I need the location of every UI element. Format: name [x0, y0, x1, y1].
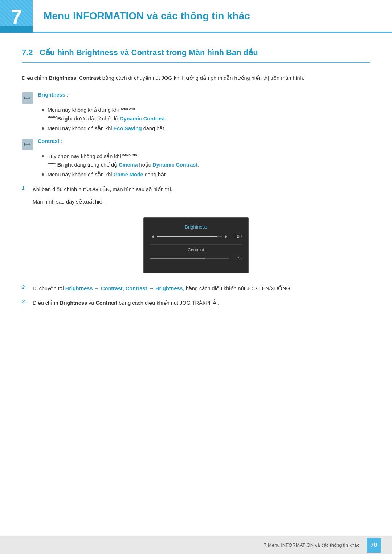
brightness-bullet-2: Menu này không có sẵn khi Eco Saving đan… [42, 124, 370, 133]
ui-contrast-label: Contrast [150, 247, 242, 253]
chapter-title: Menu INFORMATION và các thông tin khác [44, 10, 250, 22]
svg-rect-5 [24, 143, 25, 146]
contrast-bullet-1-text: Tùy chọn này không có sẵn khi SAMSUNGMAG… [48, 152, 199, 169]
svg-marker-4 [29, 143, 31, 145]
step-2-block: 2 Di chuyển tới Brightness → Contrast, C… [22, 284, 370, 293]
brightness-label: Brightness [38, 92, 65, 98]
step-3-number: 3 [22, 299, 28, 304]
section-heading: 7.2 Cấu hình Brightness và Contrast tron… [22, 47, 370, 63]
brightness-bullet-1: Menu này không khả dụng khi SAMSUNGMAGIC… [42, 106, 370, 123]
chapter-number-block: 7 [0, 0, 33, 33]
section-number: 7.2 [22, 48, 33, 57]
svg-rect-2 [24, 97, 25, 99]
svg-marker-1 [29, 97, 31, 99]
ui-divider [150, 244, 242, 245]
ui-brightness-value: 100 [232, 234, 242, 239]
step-2-text: Di chuyển tới Brightness → Contrast, Con… [33, 284, 370, 293]
contrast-note-block: Contrast : [22, 138, 370, 150]
step-3-block: 3 Điều chỉnh Brightness và Contrast bằng… [22, 299, 370, 308]
intro-brightness: Brightness [49, 75, 76, 81]
page-header: 7 Menu INFORMATION và các thông tin khác [0, 0, 392, 33]
intro-contrast: Contrast [79, 75, 101, 81]
ui-mockup: Brightness ◄ ► 100 Contrast 75 [143, 217, 249, 273]
step-2-number: 2 [22, 284, 28, 290]
bullet-dot [42, 109, 44, 111]
bullet-dot [42, 155, 44, 157]
ui-brightness-track [157, 236, 222, 237]
ui-contrast-slider-row: 75 [150, 256, 242, 261]
brightness-bullet-1-text: Menu này không khả dụng khi SAMSUNGMAGIC… [48, 106, 166, 123]
pencil-icon-2 [24, 140, 32, 148]
intro-text-before: Điều chỉnh [22, 75, 49, 81]
chapter-title-block: Menu INFORMATION và các thông tin khác [33, 0, 392, 33]
contrast-bullet-2: Menu này không có sẵn khi Game Mode đang… [42, 171, 370, 179]
ui-contrast-track [150, 258, 229, 259]
brightness-note-block: Brightness : [22, 91, 370, 104]
ui-contrast-value: 75 [232, 256, 242, 261]
ui-brightness-fill [157, 236, 217, 237]
contrast-note-text: Contrast : [38, 138, 62, 144]
contrast-colon: : [60, 138, 62, 144]
footer-text: 7 Menu INFORMATION và các thông tin khác [264, 542, 359, 548]
brightness-bullet-2-text: Menu này không có sẵn khi Eco Saving đan… [48, 124, 166, 133]
ui-brightness-slider-row: ◄ ► 100 [150, 234, 242, 239]
brightness-note-text: Brightness : [38, 91, 68, 98]
ui-arrow-right: ► [224, 234, 229, 239]
intro-rest: bằng cách di chuyển nút JOG khi Hướng dẫ… [101, 75, 305, 81]
page-content: 7.2 Cấu hình Brightness và Contrast tron… [0, 33, 392, 340]
ui-contrast-fill [150, 258, 205, 259]
contrast-bullet-1: Tùy chọn này không có sẵn khi SAMSUNGMAG… [42, 152, 370, 169]
ui-brightness-title: Brightness [150, 224, 242, 230]
bullet-dot [42, 173, 44, 176]
step-1-number: 1 [22, 185, 28, 191]
step-1-subtext: Màn hình sau đây sẽ xuất hiện. [33, 197, 370, 206]
intro-comma: , [76, 75, 79, 81]
step-1-text: Khi bạn điều chỉnh nút JOG LÊN, màn hình… [33, 185, 370, 194]
ui-arrow-left: ◄ [150, 234, 155, 239]
contrast-label: Contrast [38, 138, 60, 144]
step-3-text: Điều chỉnh Brightness và Contrast bằng c… [33, 299, 370, 308]
contrast-note-icon [22, 139, 33, 150]
brightness-colon: : [65, 91, 68, 98]
chapter-number: 7 [11, 5, 22, 28]
contrast-bullet-2-text: Menu này không có sẵn khi Game Mode đang… [48, 171, 167, 179]
step-1-block: 1 Khi bạn điều chỉnh nút JOG LÊN, màn hì… [22, 185, 370, 194]
brightness-bullets: Menu này không khả dụng khi SAMSUNGMAGIC… [42, 106, 370, 133]
ui-mockup-container: Brightness ◄ ► 100 Contrast 75 [22, 217, 370, 273]
contrast-bullets: Tùy chọn này không có sẵn khi SAMSUNGMAG… [42, 152, 370, 179]
page-footer: 7 Menu INFORMATION và các thông tin khác… [0, 536, 392, 554]
bullet-dot [42, 127, 44, 130]
pencil-icon [24, 94, 32, 102]
brightness-note-icon [22, 92, 33, 104]
intro-paragraph: Điều chỉnh Brightness, Contrast bằng các… [22, 74, 370, 83]
section-title: Cấu hình Brightness và Contrast trong Mà… [40, 48, 258, 57]
footer-page-number: 70 [367, 538, 381, 553]
